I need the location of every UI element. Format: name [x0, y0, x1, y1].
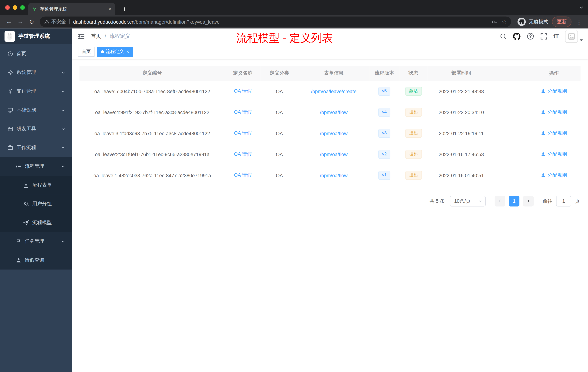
sidebar-item-workflow[interactable]: 工作流程 [0, 138, 72, 157]
browser-tab[interactable]: 芋道管理系统 × [28, 3, 115, 15]
browser-address-bar: ← → ↻ 不安全 dashboard.yudao.iocoder.cn/bpm… [0, 15, 588, 29]
sidebar-item-label: 首页 [17, 50, 26, 57]
cell-category: OA [261, 165, 298, 186]
cell-definition-id: oa_leave:5:004b710b-7b8a-11ec-8ef0-acde4… [79, 81, 225, 102]
cell-definition-id: oa_leave:1:482ec033-762a-11ec-8477-a2380… [79, 165, 225, 186]
sidebar-item-infrastructure[interactable]: 基础设施 [0, 101, 72, 119]
yen-icon [8, 88, 13, 94]
sidebar-item-user-group[interactable]: 用户分组 [0, 194, 72, 213]
breadcrumb-home[interactable]: 首页 [91, 33, 101, 40]
assign-rule-button[interactable]: 分配规则 [541, 151, 567, 158]
tab-title: 芋道管理系统 [40, 6, 105, 12]
font-size-icon[interactable]: tT [554, 33, 559, 40]
forward-button[interactable]: → [15, 17, 26, 27]
github-icon[interactable] [513, 33, 520, 40]
chevron-down-icon [61, 108, 65, 112]
cell-definition-id: oa_leave:2:3c1f0ef1-76b1-11ec-9c66-a2380… [79, 144, 225, 165]
sidebar-item-process-model[interactable]: 流程模型 [0, 213, 72, 232]
sidebar-item-process-form[interactable]: 流程表单 [0, 176, 72, 194]
page-number-button[interactable]: 1 [509, 196, 519, 206]
security-label: 不安全 [52, 18, 66, 25]
browser-menu-icon[interactable]: ⋮ [574, 18, 584, 25]
page-size-value: 10条/页 [454, 198, 471, 204]
version-badge: v2 [378, 150, 390, 159]
version-badge: v1 [378, 171, 390, 180]
sidebar-item-home[interactable]: 首页 [0, 44, 72, 63]
chevron-down-icon [61, 239, 65, 243]
sidebar-item-label: 支付管理 [17, 88, 36, 95]
status-badge: 激活 [405, 87, 422, 96]
screenshot-stage: 芋道管理系统 × + ← → ↻ 不安全 dashboard.yudao.ioc… [0, 0, 588, 372]
breadcrumb: 首页 / 流程定义 [91, 33, 130, 40]
cell-filler [495, 102, 527, 123]
tag-process-definition[interactable]: 流程定义 × [97, 47, 133, 57]
chevron-down-icon [479, 199, 482, 203]
column-header: 定义分类 [261, 66, 298, 81]
omnibox[interactable]: 不安全 dashboard.yudao.iocoder.cn/bpm/manag… [40, 17, 511, 27]
sidebar-menu: 首页 系统管理 支付管理 基础设施 [0, 44, 72, 372]
form-info-link[interactable]: /bpm/oa/flow [320, 131, 348, 136]
tab-close-icon[interactable]: × [108, 6, 111, 12]
sidebar-item-devtools[interactable]: 研发工具 [0, 119, 72, 138]
definition-name-link[interactable]: OA 请假 [234, 151, 252, 157]
window-minimize-button[interactable] [13, 5, 17, 10]
bookmark-star-icon[interactable]: ☆ [502, 18, 507, 25]
reload-button[interactable]: ↻ [26, 17, 37, 27]
hamburger-icon[interactable] [78, 33, 85, 39]
sidebar-logo[interactable]: 芋道管理系统 [0, 29, 72, 44]
avatar [565, 30, 578, 43]
sidebar-item-label: 流程表单 [32, 182, 52, 188]
assign-rule-button[interactable]: 分配规则 [541, 88, 567, 94]
cell-filler [495, 144, 527, 165]
header-toolbar: tT [500, 30, 583, 43]
logo-avatar [5, 31, 15, 42]
assign-rule-button[interactable]: 分配规则 [541, 109, 567, 116]
definition-name-link[interactable]: OA 请假 [234, 88, 252, 94]
assign-rule-button[interactable]: 分配规则 [541, 172, 567, 178]
sidebar-item-label: 系统管理 [17, 69, 36, 76]
form-info-link[interactable]: /bpm/oa/flow [320, 173, 348, 178]
sidebar-item-process-management[interactable]: 流程管理 [0, 157, 72, 176]
form-info-link[interactable]: /bpm/oa/flow [320, 152, 348, 157]
action-label: 分配规则 [547, 109, 567, 116]
next-page-button[interactable] [523, 196, 534, 206]
window-close-button[interactable] [5, 5, 10, 10]
form-info-link[interactable]: /bpm/oa/leave/create [311, 88, 356, 94]
status-badge: 挂起 [405, 108, 422, 117]
assign-rule-button[interactable]: 分配规则 [541, 130, 567, 136]
version-badge: v3 [378, 129, 390, 138]
definition-name-link[interactable]: OA 请假 [234, 172, 252, 178]
version-badge: v5 [378, 87, 390, 96]
status-badge: 挂起 [405, 129, 422, 138]
help-icon[interactable] [527, 33, 534, 40]
cell-filler [495, 81, 527, 102]
status-badge: 挂起 [405, 171, 422, 180]
definition-name-link[interactable]: OA 请假 [234, 130, 252, 136]
page-size-select[interactable]: 10条/页 [450, 196, 486, 206]
definition-name-link[interactable]: OA 请假 [234, 109, 252, 115]
search-icon[interactable] [500, 33, 506, 40]
window-zoom-button[interactable] [20, 5, 25, 10]
new-tab-button[interactable]: + [119, 4, 130, 14]
fullscreen-icon[interactable] [540, 33, 547, 40]
sidebar-item-payment[interactable]: 支付管理 [0, 82, 72, 101]
user-menu[interactable] [565, 30, 583, 43]
sidebar-item-system[interactable]: 系统管理 [0, 63, 72, 82]
user-group-icon [23, 201, 29, 207]
chevron-down-icon [61, 70, 65, 75]
breadcrumb-separator: / [105, 33, 106, 39]
tab-search-chevron-icon[interactable] [579, 5, 584, 10]
password-key-icon[interactable] [491, 19, 497, 25]
back-button[interactable]: ← [4, 17, 14, 27]
sidebar-item-task-management[interactable]: 任务管理 [0, 232, 72, 251]
column-header: 表单信息 [298, 66, 369, 81]
browser-update-button[interactable]: 更新 [552, 17, 571, 27]
sidebar-item-leave-query[interactable]: 请假查询 [0, 251, 72, 270]
prev-page-button[interactable] [494, 196, 505, 206]
tag-home[interactable]: 首页 [78, 47, 94, 57]
tag-close-icon[interactable]: × [126, 49, 129, 54]
toolbox-icon [8, 126, 13, 131]
goto-page-input[interactable] [556, 196, 571, 206]
form-info-link[interactable]: /bpm/oa/flow [320, 109, 348, 115]
security-chip[interactable]: 不安全 [44, 18, 66, 25]
